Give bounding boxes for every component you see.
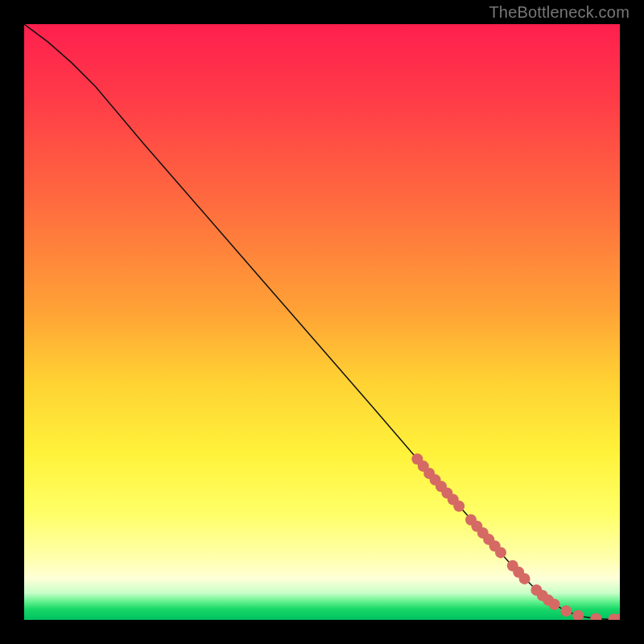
marker-dot xyxy=(572,610,584,620)
marker-dot xyxy=(549,599,560,610)
marker-dots xyxy=(411,453,620,620)
marker-dot xyxy=(495,547,506,558)
marker-dot xyxy=(519,573,530,584)
marker-dot xyxy=(590,613,601,621)
chart-svg xyxy=(24,24,620,620)
marker-dot xyxy=(453,501,464,512)
watermark-text: TheBottleneck.com xyxy=(489,3,630,22)
marker-dot xyxy=(560,605,572,617)
chart-frame: TheBottleneck.com xyxy=(0,0,644,644)
bottleneck-curve xyxy=(24,24,620,619)
plot-area xyxy=(24,24,620,620)
